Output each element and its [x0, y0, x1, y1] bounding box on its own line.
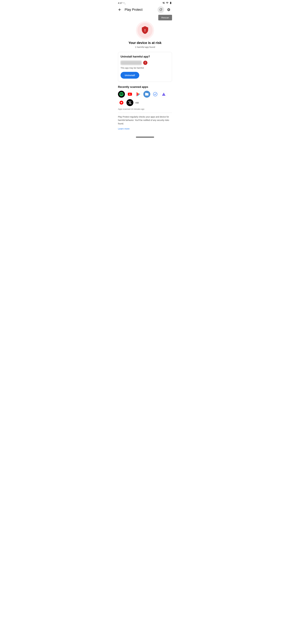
app-icon-play-store[interactable]: [135, 91, 142, 98]
recently-scanned-title: Recently scanned apps: [118, 86, 172, 88]
app-icon-tasks[interactable]: [152, 91, 159, 98]
description-text: Play Protect regularly checks your apps …: [118, 115, 172, 125]
shield-icon: !: [141, 26, 149, 35]
app-row: !: [121, 61, 169, 65]
app-icons-row: +68: [118, 91, 172, 106]
terminal-icon: >_: [123, 2, 126, 4]
status-icons: [162, 2, 172, 4]
app-icon-vpn[interactable]: [160, 91, 167, 98]
app-danger-icon: !: [143, 61, 147, 65]
bottom-bar: [116, 135, 174, 139]
battery-icon: [169, 2, 172, 4]
back-button[interactable]: [117, 7, 123, 13]
app-name-blur: [121, 61, 142, 65]
shield-area: ! Your device is at risk 1 harmful app f…: [118, 23, 172, 48]
status-time: 4:17: [118, 2, 122, 4]
more-badge: +68: [135, 102, 139, 104]
svg-point-5: [121, 102, 122, 103]
svg-text:!: !: [144, 28, 146, 32]
main-content: Rescan ! Your device is at risk 1 harmfu…: [116, 15, 174, 134]
page-title: Play Protect: [125, 8, 143, 12]
divider: [118, 112, 172, 113]
recently-scanned-section: Recently scanned apps: [118, 86, 172, 110]
rescan-row: Rescan: [118, 15, 172, 20]
home-indicator[interactable]: [136, 137, 154, 138]
card-title: Uninstall harmful app?: [121, 55, 169, 58]
shield-circle: !: [137, 23, 153, 38]
svg-marker-2: [162, 93, 165, 96]
mute-icon: [162, 2, 165, 4]
app-icon-files[interactable]: [143, 91, 150, 98]
uninstall-button[interactable]: Uninstall: [121, 72, 139, 79]
harmful-app-card: Uninstall harmful app? ! This app may be…: [118, 52, 172, 82]
app-icon-x[interactable]: [126, 99, 133, 106]
app-icon-youtube-music[interactable]: [118, 99, 125, 106]
risk-subtitle: 1 harmful app found: [135, 46, 155, 48]
risk-title: Your device is at risk: [129, 41, 161, 45]
wifi-icon: [166, 2, 169, 4]
learn-more-link[interactable]: Learn more: [118, 128, 130, 130]
svg-point-1: [153, 92, 157, 96]
refresh-button[interactable]: [158, 6, 164, 13]
scan-time: Apps scanned 14 minutes ago: [118, 108, 172, 110]
rescan-button[interactable]: Rescan: [158, 15, 172, 20]
app-warning-text: This app may be harmful: [121, 67, 169, 69]
app-icon-spotify[interactable]: [118, 91, 125, 98]
app-icon-youtube[interactable]: [126, 91, 133, 98]
status-bar: 4:17 >_: [116, 0, 174, 5]
top-bar: Play Protect: [116, 5, 174, 15]
settings-button[interactable]: [165, 6, 172, 13]
